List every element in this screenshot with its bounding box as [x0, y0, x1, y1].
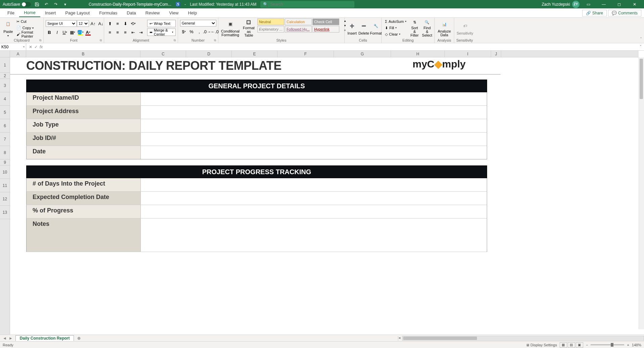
field-value-cell[interactable]: [141, 133, 487, 146]
style-followed-hyperlink[interactable]: Followed Hy...: [285, 26, 312, 33]
save-icon[interactable]: [34, 1, 40, 8]
align-top-icon[interactable]: ⬆: [106, 20, 114, 27]
align-bottom-icon[interactable]: ⬇: [122, 20, 129, 27]
zoom-in-button[interactable]: +: [627, 343, 629, 347]
font-dialog-icon[interactable]: ⧉: [100, 39, 102, 42]
analyze-data-button[interactable]: 📊Analyze Data: [437, 18, 452, 38]
cut-button[interactable]: ✂ Cut: [15, 18, 41, 24]
column-header[interactable]: E: [232, 51, 277, 57]
formula-input[interactable]: [45, 43, 637, 50]
increase-indent-icon[interactable]: ⇥: [137, 29, 144, 36]
paste-button[interactable]: 📋 Paste▾: [2, 18, 14, 38]
tab-view[interactable]: View: [164, 9, 183, 17]
close-icon[interactable]: ✕: [628, 0, 641, 8]
column-header[interactable]: C: [140, 51, 186, 57]
tab-data[interactable]: Data: [122, 9, 140, 17]
zoom-out-button[interactable]: −: [586, 343, 588, 347]
view-page-break-icon[interactable]: ▣: [576, 342, 583, 348]
view-normal-icon[interactable]: ▦: [560, 342, 567, 348]
orientation-icon[interactable]: ⟲▾: [129, 20, 137, 27]
style-explanatory[interactable]: Explanatory ...: [257, 26, 284, 33]
align-middle-icon[interactable]: ≡: [114, 20, 121, 27]
field-value-cell[interactable]: [141, 218, 487, 252]
italic-button[interactable]: I: [53, 29, 61, 36]
sensitivity-button[interactable]: 🏷Sensitivity: [456, 18, 474, 38]
column-header[interactable]: B: [26, 51, 140, 57]
row-header[interactable]: 11: [0, 179, 10, 192]
tab-insert[interactable]: Insert: [40, 9, 61, 17]
enter-formula-icon[interactable]: ✓: [34, 45, 38, 49]
row-header[interactable]: 1: [0, 57, 10, 73]
spreadsheet-grid[interactable]: ABCDEFGHIJ 12345678910111213 CONSTRUCTIO…: [0, 51, 644, 335]
increase-font-icon[interactable]: A↑: [89, 20, 97, 27]
tab-help[interactable]: Help: [183, 9, 202, 17]
collapse-ribbon-icon[interactable]: ˄: [640, 37, 642, 42]
bold-button[interactable]: B: [46, 29, 53, 36]
style-check-cell[interactable]: Check Cell: [312, 18, 339, 25]
cancel-formula-icon[interactable]: ✕: [29, 45, 32, 49]
field-value-cell[interactable]: [141, 178, 487, 191]
column-header[interactable]: H: [391, 51, 445, 57]
border-button[interactable]: ▦▾: [69, 29, 76, 36]
align-left-icon[interactable]: ≡: [106, 29, 114, 36]
zoom-level[interactable]: 148%: [632, 343, 641, 347]
clipboard-dialog-icon[interactable]: ⧉: [39, 39, 41, 42]
sheet-nav-next-icon[interactable]: ►: [9, 336, 13, 341]
delete-cells-button[interactable]: ➖Delete: [358, 18, 370, 38]
column-header[interactable]: I: [445, 51, 491, 57]
select-all-corner[interactable]: [0, 51, 10, 57]
row-header[interactable]: 5: [0, 106, 10, 119]
insert-function-icon[interactable]: fx: [40, 45, 43, 49]
tab-review[interactable]: Review: [141, 9, 165, 17]
wrap-text-button[interactable]: ↩ Wrap Text: [147, 20, 176, 27]
expand-formula-bar-icon[interactable]: ˅: [637, 43, 644, 50]
column-header[interactable]: D: [186, 51, 232, 57]
comma-format-icon[interactable]: ,: [196, 28, 203, 35]
style-calculation[interactable]: Calculation: [285, 18, 312, 25]
row-header[interactable]: 4: [0, 92, 10, 106]
user-avatar[interactable]: ZY: [572, 1, 579, 8]
percent-format-icon[interactable]: %: [188, 28, 195, 35]
field-value-cell[interactable]: [141, 192, 487, 205]
find-select-button[interactable]: 🔍Find & Select: [421, 18, 433, 38]
format-cells-button[interactable]: 🔧Format: [370, 18, 382, 38]
row-header[interactable]: 2: [0, 73, 10, 79]
sheet-nav-prev-icon[interactable]: ◄: [3, 336, 7, 341]
accessibility-icon[interactable]: ♿: [175, 2, 180, 7]
field-value-cell[interactable]: [141, 146, 487, 159]
search-box[interactable]: 🔍: [260, 1, 354, 8]
align-right-icon[interactable]: ≡: [122, 29, 129, 36]
alignment-dialog-icon[interactable]: ⧉: [174, 39, 176, 42]
underline-button[interactable]: U▾: [61, 29, 69, 36]
decrease-indent-icon[interactable]: ⇤: [129, 29, 137, 36]
add-sheet-button[interactable]: ⊕: [74, 336, 84, 341]
tab-formulas[interactable]: Formulas: [94, 9, 122, 17]
undo-icon[interactable]: ↶: [43, 1, 50, 8]
style-neutral[interactable]: Neutral: [257, 18, 284, 25]
number-dialog-icon[interactable]: ⧉: [214, 39, 216, 42]
format-painter-button[interactable]: 🖌 Format Painter: [15, 31, 41, 37]
search-input[interactable]: [270, 2, 352, 7]
tab-page-layout[interactable]: Page Layout: [60, 9, 94, 17]
number-format-select[interactable]: General: [180, 20, 216, 27]
insert-cells-button[interactable]: ➕Insert: [347, 18, 357, 38]
tab-home[interactable]: Home: [19, 9, 40, 17]
autosave-toggle[interactable]: AutoSave: [3, 2, 31, 7]
fill-button[interactable]: ⬇ Fill ▾: [384, 25, 408, 31]
name-box-input[interactable]: [1, 45, 23, 49]
field-value-cell[interactable]: [141, 119, 487, 132]
row-header[interactable]: 3: [0, 79, 10, 92]
decrease-decimal-icon[interactable]: ←.0: [211, 28, 218, 35]
font-size-select[interactable]: 12: [77, 20, 89, 27]
format-as-table-button[interactable]: 🔲Format as Table: [242, 18, 255, 38]
row-header[interactable]: 13: [0, 206, 10, 219]
conditional-formatting-button[interactable]: 🔳Conditional Formatting: [220, 18, 240, 38]
font-color-button[interactable]: A▾: [84, 29, 92, 36]
sheet-tab-active[interactable]: Daily Construction Report: [15, 335, 74, 341]
autosum-button[interactable]: Σ AutoSum ▾: [384, 18, 408, 24]
clear-button[interactable]: ◇ Clear ▾: [384, 31, 408, 37]
column-header[interactable]: G: [334, 51, 391, 57]
row-header[interactable]: 10: [0, 165, 10, 179]
cell-styles-gallery[interactable]: Neutral Calculation Check Cell Explanato…: [257, 18, 339, 33]
ribbon-display-icon[interactable]: ▭: [582, 0, 595, 8]
